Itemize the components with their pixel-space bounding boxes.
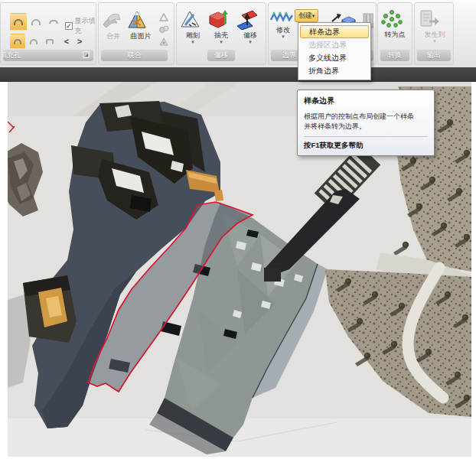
export-doc-icon [419,9,440,29]
union-option3-button[interactable] [157,36,171,47]
tooltip-title: 样条边界 [304,96,428,106]
union-option2-button[interactable] [157,24,171,35]
arch-flat-icon [49,20,58,24]
shell-icon [207,9,229,30]
create-dropdown-menu: 样条边界 选择区边界 多义线边界 折角边界 [298,22,371,80]
to-points-button[interactable]: 转为点 [380,9,409,38]
prev-hole-button[interactable]: < [60,34,73,49]
merge-icon [102,11,122,31]
viewport-header-bar [0,67,476,82]
group-fill-holes: ✓ 显示填充 < > 填充孔 [0,2,96,65]
group-label-fill-holes: 填充孔 [3,50,93,61]
group-offset: 雕刻 ▾ 抽壳 ▾ 偏移 [176,2,266,65]
group-label-convert: 转换 [380,50,409,61]
chevron-down-icon[interactable]: ▾ [207,40,235,44]
app-window: ✓ 显示填充 < > 填充孔 合并 [0,0,476,472]
union-option1-button[interactable] [157,11,171,23]
arch-tangent-icon [31,19,41,25]
offset-button[interactable]: 偏移 ▾ [236,9,264,44]
dialog-launcher-icon[interactable] [83,51,90,58]
fill-flat-button[interactable] [45,13,62,31]
chevron-down-icon: ▾ [312,13,315,18]
small-spheres-icon [159,25,169,34]
shell-button[interactable]: 抽壳 ▾ [207,9,235,44]
surface-patch-icon [126,9,148,31]
arch-small-icon [30,39,37,44]
fill-tangent-button[interactable] [28,13,44,31]
ribbon: ✓ 显示填充 < > 填充孔 合并 [0,0,476,67]
fill-mode1-button[interactable] [10,34,25,49]
fill-mode2-button[interactable] [26,34,41,49]
carve-button[interactable]: 雕刻 ▾ [180,9,206,44]
tooltip-divider [304,136,428,137]
group-union: 合并 曲面片 联合 [98,2,174,65]
create-button[interactable]: 创建▾ [295,9,318,22]
group-output: 发生到 ▾ 输出 [414,2,454,65]
group-label-union: 联合 [101,50,168,61]
chevron-down-icon[interactable]: ▾ [236,40,264,44]
small-triangle-dot-icon [159,37,168,46]
arch-small-icon [14,39,21,44]
arch-curvature-icon [14,19,23,25]
chevron-down-icon[interactable]: ▾ [270,34,296,39]
modify-wave-icon [270,11,293,24]
tooltip-body-line2: 并将样条转为边界。 [304,122,428,132]
group-label-offset: 偏移 [207,50,235,61]
surface-patch-button[interactable]: 曲面片 [126,9,155,40]
offset-icon [236,9,258,30]
menu-item-polyline-boundary[interactable]: 多义线边界 [300,52,369,64]
tooltip-body-line1: 根据用户的控制点布局创建一个样条 [304,112,428,122]
chevron-left-icon: < [64,37,69,46]
chevron-down-icon[interactable]: ▾ [180,40,206,44]
carve-icon [180,9,201,30]
tooltip: 样条边界 根据用户的控制点布局创建一个样条 并将样条转为边界。 按F1获取更多帮… [297,90,435,156]
chevron-right-icon: > [77,37,82,46]
group-label-output: 输出 [417,50,451,61]
menu-item-spline-boundary[interactable]: 样条边界 [300,25,369,38]
next-hole-button[interactable]: > [73,34,86,49]
small-triangle-icon [159,13,168,21]
merge-button[interactable]: 合并 [102,11,125,40]
group-convert: 转为点 转换 [377,2,412,65]
points-cloud-icon [380,9,403,29]
menu-item-corner-boundary[interactable]: 折角边界 [300,65,369,77]
modify-button[interactable]: 修改 ▾ [270,11,296,39]
arch-small-icon [46,39,54,44]
output-to-button[interactable]: 发生到 ▾ [419,9,451,44]
fill-mode3-button[interactable] [42,34,57,49]
chevron-down-icon[interactable]: ▾ [419,39,451,44]
tooltip-help-hint: 按F1获取更多帮助 [304,141,428,151]
checkbox-check-icon: ✓ [65,22,73,30]
fill-curvature-button[interactable] [10,13,27,31]
menu-item-selection-boundary[interactable]: 选择区边界 [300,39,369,51]
